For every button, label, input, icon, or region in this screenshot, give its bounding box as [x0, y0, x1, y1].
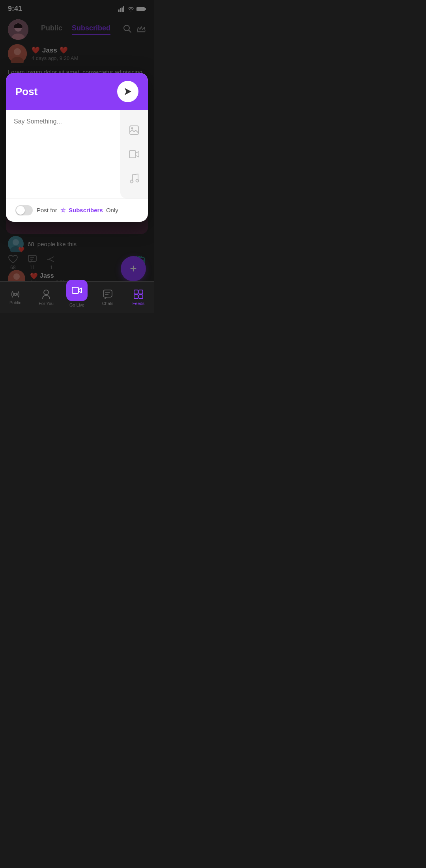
- nav-item-public[interactable]: Public: [0, 290, 31, 305]
- person-icon: [42, 289, 50, 299]
- svg-rect-36: [103, 290, 112, 297]
- svg-rect-41: [134, 295, 138, 299]
- svg-point-20: [136, 180, 139, 182]
- chat-icon: [103, 289, 113, 299]
- music-upload-button[interactable]: [125, 170, 143, 187]
- subscribers-toggle[interactable]: [15, 205, 33, 215]
- svg-rect-35: [72, 287, 78, 294]
- svg-rect-40: [139, 290, 143, 294]
- toggle-knob: [16, 206, 25, 215]
- modal-header: Post: [6, 73, 148, 110]
- nav-label-foryou: For You: [39, 301, 54, 306]
- nav-label-feeds: Feeds: [133, 301, 145, 306]
- image-upload-button[interactable]: [125, 122, 143, 139]
- modal-title: Post: [15, 86, 37, 98]
- video-upload-button[interactable]: [125, 146, 143, 163]
- svg-point-17: [131, 127, 133, 129]
- nav-label-golive: Go Live: [69, 303, 84, 307]
- svg-point-33: [14, 293, 17, 296]
- feeds-icon: [133, 289, 144, 299]
- svg-rect-16: [130, 126, 138, 135]
- nav-label-public: Public: [9, 300, 21, 305]
- modal-body: [6, 110, 148, 198]
- music-icon: [129, 173, 139, 183]
- image-icon: [129, 125, 139, 135]
- star-icon: ☆: [60, 207, 65, 213]
- nav-item-chats[interactable]: Chats: [92, 289, 123, 306]
- modal-sidebar: [120, 110, 148, 198]
- nav-item-golive[interactable]: Go Live: [62, 288, 92, 307]
- svg-rect-39: [134, 290, 138, 294]
- nav-label-chats: Chats: [102, 301, 114, 306]
- post-textarea[interactable]: [14, 118, 112, 189]
- video-icon: [129, 150, 139, 159]
- video-camera-icon: [72, 286, 82, 295]
- send-icon: [123, 87, 132, 96]
- modal-send-button[interactable]: [117, 81, 138, 102]
- post-modal: Post: [6, 73, 148, 222]
- broadcast-icon: [10, 290, 21, 299]
- post-for-label: Post for ☆ Subscribers Only: [37, 207, 118, 214]
- modal-textarea-area: [6, 110, 120, 198]
- bottom-navigation: Public For You Go Live Chats: [0, 281, 154, 313]
- svg-marker-15: [125, 88, 131, 95]
- modal-footer: Post for ☆ Subscribers Only: [6, 198, 148, 222]
- nav-item-foryou[interactable]: For You: [31, 289, 62, 306]
- nav-item-feeds[interactable]: Feeds: [123, 289, 154, 306]
- svg-rect-42: [139, 295, 143, 299]
- golive-button-wrap: [66, 280, 88, 301]
- svg-rect-18: [129, 151, 136, 158]
- svg-point-19: [131, 180, 133, 183]
- svg-point-34: [44, 290, 49, 295]
